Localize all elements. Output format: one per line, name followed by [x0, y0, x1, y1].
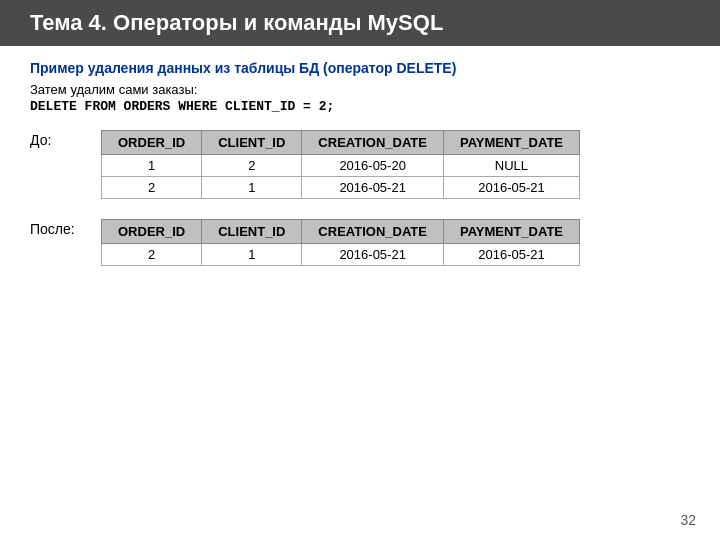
table-cell: 2	[102, 177, 202, 199]
after-label: После:	[30, 219, 85, 237]
table-cell: 2016-05-21	[302, 244, 444, 266]
table-cell: 2016-05-20	[302, 155, 444, 177]
table-cell: NULL	[443, 155, 579, 177]
after-table: ORDER_ID CLIENT_ID CREATION_DATE PAYMENT…	[101, 219, 580, 266]
before-label: До:	[30, 130, 85, 148]
before-section: До: ORDER_ID CLIENT_ID CREATION_DATE PAY…	[30, 130, 690, 199]
col-order-id-after: ORDER_ID	[102, 220, 202, 244]
col-payment-date: PAYMENT_DATE	[443, 131, 579, 155]
col-creation-date: CREATION_DATE	[302, 131, 444, 155]
before-table: ORDER_ID CLIENT_ID CREATION_DATE PAYMENT…	[101, 130, 580, 199]
table-cell: 2016-05-21	[443, 244, 579, 266]
table-cell: 2	[202, 155, 302, 177]
table-row: 122016-05-20NULL	[102, 155, 580, 177]
table-row: 212016-05-212016-05-21	[102, 177, 580, 199]
description: Затем удалим сами заказы:	[30, 82, 690, 97]
table-cell: 2016-05-21	[443, 177, 579, 199]
table-header-row: ORDER_ID CLIENT_ID CREATION_DATE PAYMENT…	[102, 131, 580, 155]
col-creation-date-after: CREATION_DATE	[302, 220, 444, 244]
table-cell: 1	[102, 155, 202, 177]
col-client-id: CLIENT_ID	[202, 131, 302, 155]
page: Тема 4. Операторы и команды MySQL Пример…	[0, 0, 720, 540]
page-number: 32	[680, 512, 696, 528]
table-cell: 1	[202, 177, 302, 199]
table-cell: 2016-05-21	[302, 177, 444, 199]
col-order-id: ORDER_ID	[102, 131, 202, 155]
content-area: Пример удаления данных из таблицы БД (оп…	[0, 46, 720, 296]
table-header-row-after: ORDER_ID CLIENT_ID CREATION_DATE PAYMENT…	[102, 220, 580, 244]
table-row: 212016-05-212016-05-21	[102, 244, 580, 266]
title-bar: Тема 4. Операторы и команды MySQL	[0, 0, 720, 46]
page-title: Тема 4. Операторы и команды MySQL	[30, 10, 690, 36]
code-line: DELETE FROM ORDERS WHERE CLIENT_ID = 2;	[30, 99, 690, 114]
col-payment-date-after: PAYMENT_DATE	[443, 220, 579, 244]
subtitle: Пример удаления данных из таблицы БД (оп…	[30, 60, 690, 76]
table-cell: 2	[102, 244, 202, 266]
table-cell: 1	[202, 244, 302, 266]
col-client-id-after: CLIENT_ID	[202, 220, 302, 244]
after-section: После: ORDER_ID CLIENT_ID CREATION_DATE …	[30, 219, 690, 266]
